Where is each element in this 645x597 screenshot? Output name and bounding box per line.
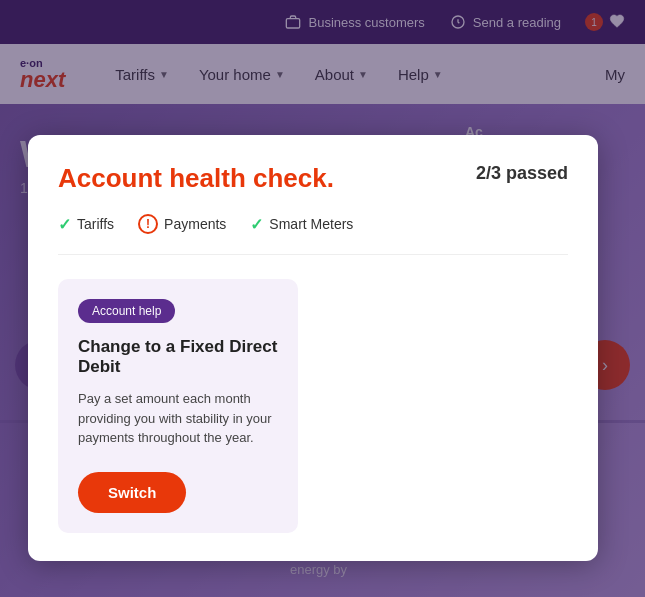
card-title: Change to a Fixed Direct Debit bbox=[78, 337, 278, 377]
payments-check-label: Payments bbox=[164, 216, 226, 232]
check-payments: ! Payments bbox=[138, 214, 226, 234]
check-smart-meters: ✓ Smart Meters bbox=[250, 215, 353, 234]
account-help-card: Account help Change to a Fixed Direct De… bbox=[58, 279, 298, 533]
tariffs-check-label: Tariffs bbox=[77, 216, 114, 232]
card-area: Account help Change to a Fixed Direct De… bbox=[58, 279, 568, 533]
modal-title: Account health check. bbox=[58, 163, 334, 194]
checkmark-icon: ✓ bbox=[250, 215, 263, 234]
card-badge: Account help bbox=[78, 299, 175, 323]
passed-count: 2/3 passed bbox=[476, 163, 568, 184]
switch-button[interactable]: Switch bbox=[78, 472, 186, 513]
checkmark-icon: ✓ bbox=[58, 215, 71, 234]
account-health-modal: Account health check. 2/3 passed ✓ Tarif… bbox=[28, 135, 598, 561]
check-tariffs: ✓ Tariffs bbox=[58, 215, 114, 234]
modal-header: Account health check. 2/3 passed bbox=[58, 163, 568, 194]
card-description: Pay a set amount each month providing yo… bbox=[78, 389, 278, 448]
smart-meters-check-label: Smart Meters bbox=[269, 216, 353, 232]
checks-row: ✓ Tariffs ! Payments ✓ Smart Meters bbox=[58, 214, 568, 255]
warning-icon: ! bbox=[138, 214, 158, 234]
